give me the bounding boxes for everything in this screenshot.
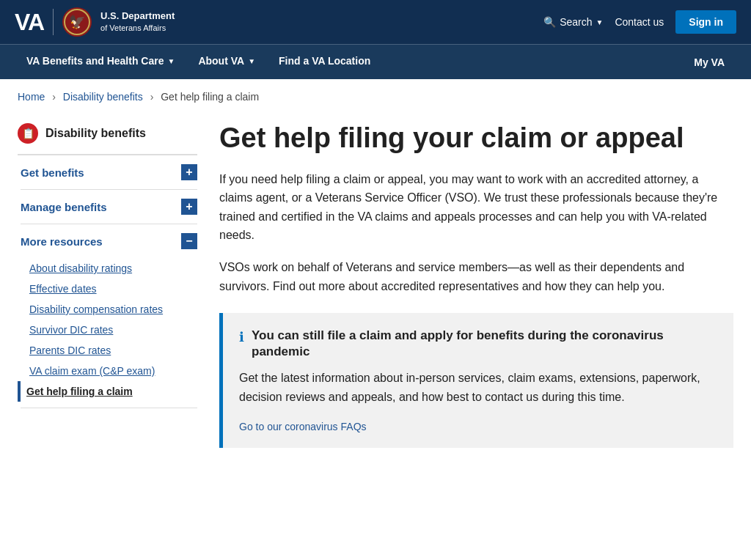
sidebar-manage-benefits-header[interactable]: Manage benefits + xyxy=(21,190,197,224)
breadcrumb-disability[interactable]: Disability benefits xyxy=(63,91,143,103)
manage-benefits-toggle[interactable]: + xyxy=(181,199,197,215)
sidebar-get-benefits-header[interactable]: Get benefits + xyxy=(21,155,197,189)
top-bar: VA 🦅 U.S. Department of Veterans Affairs… xyxy=(0,0,751,44)
top-nav-right: 🔍 Search ▼ Contact us Sign in xyxy=(543,10,736,34)
sidebar-item-effective-dates[interactable]: Effective dates xyxy=(26,279,197,299)
content-body: If you need help filing a claim or appea… xyxy=(219,170,733,448)
breadcrumb-home[interactable]: Home xyxy=(18,91,45,103)
content-para-2: VSOs work on behalf of Veterans and serv… xyxy=(219,258,733,295)
nav-item-about[interactable]: About VA ▼ xyxy=(186,45,267,79)
sidebar-section-get-benefits: Get benefits + xyxy=(21,155,197,190)
sidebar-item-comp-rates[interactable]: Disability compensation rates xyxy=(26,299,197,320)
sidebar-item-about-ratings[interactable]: About disability ratings xyxy=(26,258,197,279)
manage-benefits-label: Manage benefits xyxy=(21,201,107,213)
sidebar-item-parents-dic[interactable]: Parents DIC rates xyxy=(26,340,197,361)
secondary-nav-left: VA Benefits and Health Care ▼ About VA ▼… xyxy=(15,45,382,79)
sidebar-icon: 📋 xyxy=(18,123,38,144)
info-icon: ℹ xyxy=(239,329,244,345)
sign-in-button[interactable]: Sign in xyxy=(675,10,736,34)
alert-body: Get the latest information about in-pers… xyxy=(239,369,717,406)
breadcrumb: Home › Disability benefits › Get help fi… xyxy=(0,79,751,114)
disability-icon: 📋 xyxy=(22,128,34,139)
main-layout: 📋 Disability benefits Get benefits + Man… xyxy=(0,114,751,477)
alert-header: ℹ You can still file a claim and apply f… xyxy=(239,328,717,360)
more-resources-sub-items: About disability ratings Effective dates… xyxy=(21,258,197,408)
contact-link[interactable]: Contact us xyxy=(615,16,664,28)
logo-area: VA 🦅 U.S. Department of Veterans Affairs xyxy=(15,7,175,37)
search-icon: 🔍 xyxy=(543,16,556,28)
sidebar-more-resources-header[interactable]: More resources − xyxy=(21,224,197,258)
breadcrumb-sep-1: › xyxy=(52,91,56,103)
sidebar-item-get-help[interactable]: Get help filing a claim xyxy=(18,381,197,402)
breadcrumb-sep-2: › xyxy=(150,91,154,103)
sidebar-menu: Get benefits + Manage benefits + More re… xyxy=(18,155,197,408)
logo-divider xyxy=(53,9,54,35)
alert-title: You can still file a claim and apply for… xyxy=(252,328,717,360)
sidebar-title: 📋 Disability benefits xyxy=(18,114,197,155)
main-content: Get help filing your claim or appeal If … xyxy=(219,114,733,448)
more-resources-label: More resources xyxy=(21,235,103,248)
secondary-nav: VA Benefits and Health Care ▼ About VA ▼… xyxy=(0,44,751,79)
benefits-chevron-icon: ▼ xyxy=(168,57,175,65)
get-benefits-toggle[interactable]: + xyxy=(181,164,197,180)
about-chevron-icon: ▼ xyxy=(248,57,255,65)
sidebar-section-manage-benefits: Manage benefits + xyxy=(21,190,197,224)
sidebar-title-text: Disability benefits xyxy=(45,127,146,140)
sidebar-item-survivor-dic[interactable]: Survivor DIC rates xyxy=(26,320,197,340)
alert-box: ℹ You can still file a claim and apply f… xyxy=(219,313,733,447)
search-button[interactable]: 🔍 Search ▼ xyxy=(543,16,603,28)
sidebar: 📋 Disability benefits Get benefits + Man… xyxy=(18,114,197,448)
content-para-1: If you need help filing a claim or appea… xyxy=(219,170,733,245)
sidebar-section-more-resources: More resources − About disability rating… xyxy=(21,224,197,408)
more-resources-toggle[interactable]: − xyxy=(181,233,197,249)
chevron-down-icon: ▼ xyxy=(596,18,603,26)
sidebar-item-cp-exam[interactable]: VA claim exam (C&P exam) xyxy=(26,361,197,381)
nav-item-benefits[interactable]: VA Benefits and Health Care ▼ xyxy=(15,45,186,79)
nav-item-location[interactable]: Find a VA Location xyxy=(267,45,382,79)
my-va-link[interactable]: My VA xyxy=(682,45,736,79)
breadcrumb-current: Get help filing a claim xyxy=(161,91,259,103)
page-title: Get help filing your claim or appeal xyxy=(219,122,733,155)
eagle-icon: 🦅 xyxy=(69,14,85,30)
dept-text: U.S. Department of Veterans Affairs xyxy=(100,10,175,33)
alert-link[interactable]: Go to our coronavirus FAQs xyxy=(239,421,367,432)
va-seal: 🦅 xyxy=(62,7,92,37)
va-logo: VA xyxy=(15,10,44,34)
get-benefits-label: Get benefits xyxy=(21,166,84,179)
